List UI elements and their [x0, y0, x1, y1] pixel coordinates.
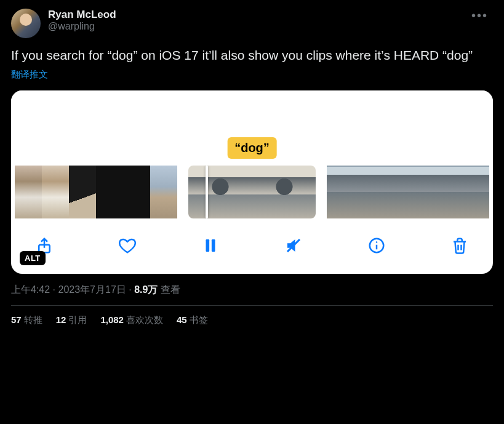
quotes-stat[interactable]: 12引用 — [56, 314, 87, 326]
thumbnail — [252, 166, 316, 218]
pause-icon — [201, 236, 220, 255]
svg-rect-2 — [212, 239, 215, 252]
trash-icon — [450, 236, 469, 255]
author-block: Ryan McLeod @warpling — [48, 9, 116, 32]
translate-link[interactable]: 翻译推文 — [11, 69, 48, 81]
view-count: 8.9万 — [134, 284, 158, 295]
more-options-button[interactable]: ••• — [466, 6, 493, 25]
heart-icon — [118, 236, 137, 255]
thumbnail — [435, 166, 462, 218]
thumbnail — [150, 166, 177, 218]
media-attachment[interactable]: “dog” — [11, 90, 493, 274]
tweet-time[interactable]: 上午4:42 — [11, 284, 50, 295]
like-button[interactable] — [115, 233, 140, 258]
info-icon — [367, 236, 386, 255]
clip-group-2 — [188, 166, 316, 218]
svg-point-5 — [376, 241, 378, 243]
thumbnail — [123, 166, 150, 218]
clip-group-1 — [15, 166, 177, 218]
tweet-date[interactable]: 2023年7月17日 — [58, 284, 126, 295]
svg-rect-1 — [206, 239, 210, 252]
delete-button[interactable] — [447, 233, 472, 258]
thumbnail — [42, 166, 69, 218]
likes-stat[interactable]: 1,082喜欢次数 — [100, 314, 163, 326]
search-keyword-tag: “dog” — [227, 137, 277, 159]
media-toolbar — [11, 218, 493, 274]
tweet-meta: 上午4:42 · 2023年7月17日 · 8.9万 查看 — [11, 284, 493, 297]
thumbnail — [69, 166, 96, 218]
thumbnail — [188, 166, 252, 218]
speaker-muted-icon — [284, 236, 303, 255]
tweet-text: If you search for “dog” on iOS 17 it’ll … — [11, 47, 493, 64]
tweet-header: Ryan McLeod @warpling ••• — [11, 9, 493, 38]
retweets-stat[interactable]: 57转推 — [11, 314, 42, 326]
thumbnail — [96, 166, 123, 218]
info-button[interactable] — [364, 233, 389, 258]
view-label: 查看 — [158, 284, 180, 295]
engagement-stats: 57转推 12引用 1,082喜欢次数 45书签 — [11, 314, 493, 326]
divider — [11, 305, 493, 306]
thumbnail — [381, 166, 408, 218]
thumbnail — [408, 166, 435, 218]
author-handle[interactable]: @warpling — [48, 21, 116, 32]
author-name[interactable]: Ryan McLeod — [48, 9, 116, 21]
thumbnail — [354, 166, 381, 218]
clip-group-3 — [327, 166, 489, 218]
thumbnail — [15, 166, 42, 218]
playhead[interactable] — [206, 166, 208, 218]
mute-button[interactable] — [281, 233, 306, 258]
bookmarks-stat[interactable]: 45书签 — [177, 314, 208, 326]
thumbnail — [327, 166, 354, 218]
pause-button[interactable] — [198, 233, 223, 258]
avatar[interactable] — [11, 9, 41, 38]
alt-badge[interactable]: ALT — [20, 251, 46, 265]
thumbnail — [462, 166, 489, 218]
tweet-container: Ryan McLeod @warpling ••• If you search … — [0, 0, 504, 332]
